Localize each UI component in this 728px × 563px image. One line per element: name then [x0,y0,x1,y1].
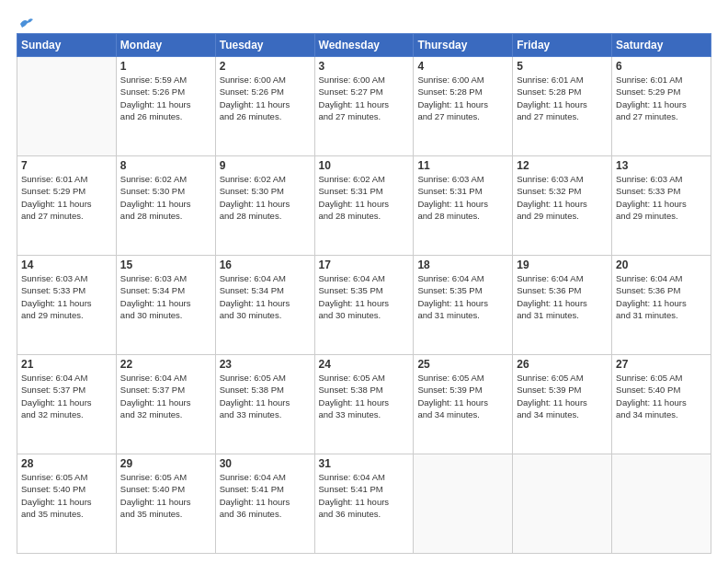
day-cell: 16Sunrise: 6:04 AM Sunset: 5:34 PM Dayli… [215,256,314,355]
day-number: 7 [21,159,112,172]
day-number: 10 [319,159,410,172]
day-cell: 18Sunrise: 6:04 AM Sunset: 5:35 PM Dayli… [414,256,513,355]
day-number: 18 [417,259,508,271]
day-number: 22 [120,358,211,371]
day-info: Sunrise: 6:00 AM Sunset: 5:28 PM Dayligh… [417,74,508,122]
day-cell: 1Sunrise: 5:59 AM Sunset: 5:26 PM Daylig… [116,57,215,156]
day-number: 23 [220,358,311,371]
logo-bird-icon [18,17,35,29]
day-cell: 15Sunrise: 6:03 AM Sunset: 5:34 PM Dayli… [116,256,215,355]
day-info: Sunrise: 6:02 AM Sunset: 5:30 PM Dayligh… [220,173,311,222]
day-info: Sunrise: 6:02 AM Sunset: 5:30 PM Dayligh… [120,173,211,222]
day-info: Sunrise: 6:04 AM Sunset: 5:36 PM Dayligh… [517,272,608,321]
day-cell: 20Sunrise: 6:04 AM Sunset: 5:36 PM Dayli… [612,256,711,355]
header-row: SundayMondayTuesdayWednesdayThursdayFrid… [17,34,711,57]
calendar-page: SundayMondayTuesdayWednesdayThursdayFrid… [0,0,728,563]
day-cell: 19Sunrise: 6:04 AM Sunset: 5:36 PM Dayli… [513,256,612,355]
day-number: 3 [319,60,410,73]
week-row-3: 14Sunrise: 6:03 AM Sunset: 5:33 PM Dayli… [17,256,711,355]
day-info: Sunrise: 6:04 AM Sunset: 5:34 PM Dayligh… [220,272,311,321]
day-info: Sunrise: 6:04 AM Sunset: 5:35 PM Dayligh… [319,272,410,321]
day-info: Sunrise: 6:04 AM Sunset: 5:41 PM Dayligh… [319,471,410,520]
day-info: Sunrise: 6:00 AM Sunset: 5:27 PM Dayligh… [319,74,410,122]
day-cell: 31Sunrise: 6:04 AM Sunset: 5:41 PM Dayli… [314,454,414,554]
day-info: Sunrise: 6:04 AM Sunset: 5:36 PM Dayligh… [616,272,707,321]
day-number: 26 [517,358,608,371]
day-cell: 7Sunrise: 6:01 AM Sunset: 5:29 PM Daylig… [17,156,117,256]
day-info: Sunrise: 6:01 AM Sunset: 5:29 PM Dayligh… [21,173,112,222]
day-cell: 22Sunrise: 6:04 AM Sunset: 5:37 PM Dayli… [116,355,215,454]
day-number: 20 [616,259,707,271]
day-cell [513,454,612,554]
day-number: 1 [120,60,211,73]
day-info: Sunrise: 6:03 AM Sunset: 5:33 PM Dayligh… [21,272,112,321]
day-info: Sunrise: 6:00 AM Sunset: 5:26 PM Dayligh… [220,74,311,122]
day-header-monday: Monday [116,34,215,57]
day-number: 12 [517,159,608,172]
day-number: 24 [319,358,410,371]
day-info: Sunrise: 6:05 AM Sunset: 5:40 PM Dayligh… [616,372,707,420]
day-number: 4 [417,60,508,73]
day-info: Sunrise: 6:04 AM Sunset: 5:37 PM Dayligh… [21,372,112,420]
day-header-tuesday: Tuesday [215,34,314,57]
day-info: Sunrise: 6:05 AM Sunset: 5:39 PM Dayligh… [417,372,508,420]
day-cell: 4Sunrise: 6:00 AM Sunset: 5:28 PM Daylig… [414,57,513,156]
day-cell: 25Sunrise: 6:05 AM Sunset: 5:39 PM Dayli… [414,355,513,454]
week-row-4: 21Sunrise: 6:04 AM Sunset: 5:37 PM Dayli… [17,355,711,454]
header [17,17,711,26]
day-header-friday: Friday [513,34,612,57]
day-cell [17,57,117,156]
day-cell: 6Sunrise: 6:01 AM Sunset: 5:29 PM Daylig… [612,57,711,156]
day-info: Sunrise: 6:03 AM Sunset: 5:32 PM Dayligh… [517,173,608,222]
day-info: Sunrise: 6:05 AM Sunset: 5:38 PM Dayligh… [220,372,311,420]
day-number: 30 [220,457,311,470]
day-cell: 28Sunrise: 6:05 AM Sunset: 5:40 PM Dayli… [17,454,117,554]
day-cell [612,454,711,554]
day-info: Sunrise: 6:03 AM Sunset: 5:31 PM Dayligh… [417,173,508,222]
day-info: Sunrise: 6:04 AM Sunset: 5:35 PM Dayligh… [417,272,508,321]
logo [17,17,35,26]
day-number: 9 [220,159,311,172]
day-cell: 11Sunrise: 6:03 AM Sunset: 5:31 PM Dayli… [414,156,513,256]
day-number: 27 [616,358,707,371]
day-info: Sunrise: 6:03 AM Sunset: 5:34 PM Dayligh… [120,272,211,321]
day-cell: 10Sunrise: 6:02 AM Sunset: 5:31 PM Dayli… [314,156,414,256]
day-number: 11 [417,159,508,172]
day-number: 25 [417,358,508,371]
day-cell: 23Sunrise: 6:05 AM Sunset: 5:38 PM Dayli… [215,355,314,454]
week-row-1: 1Sunrise: 5:59 AM Sunset: 5:26 PM Daylig… [17,57,711,156]
day-cell: 8Sunrise: 6:02 AM Sunset: 5:30 PM Daylig… [116,156,215,256]
day-header-sunday: Sunday [17,34,117,57]
day-info: Sunrise: 6:05 AM Sunset: 5:38 PM Dayligh… [319,372,410,420]
day-cell: 2Sunrise: 6:00 AM Sunset: 5:26 PM Daylig… [215,57,314,156]
day-number: 5 [517,60,608,73]
day-number: 21 [21,358,112,371]
day-cell: 3Sunrise: 6:00 AM Sunset: 5:27 PM Daylig… [314,57,414,156]
day-info: Sunrise: 6:02 AM Sunset: 5:31 PM Dayligh… [319,173,410,222]
day-info: Sunrise: 6:01 AM Sunset: 5:28 PM Dayligh… [517,74,608,122]
day-info: Sunrise: 5:59 AM Sunset: 5:26 PM Dayligh… [120,74,211,122]
day-cell: 12Sunrise: 6:03 AM Sunset: 5:32 PM Dayli… [513,156,612,256]
day-cell: 14Sunrise: 6:03 AM Sunset: 5:33 PM Dayli… [17,256,117,355]
day-cell [414,454,513,554]
day-number: 8 [120,159,211,172]
day-number: 19 [517,259,608,271]
day-info: Sunrise: 6:05 AM Sunset: 5:39 PM Dayligh… [517,372,608,420]
day-info: Sunrise: 6:05 AM Sunset: 5:40 PM Dayligh… [120,471,211,520]
day-header-wednesday: Wednesday [314,34,414,57]
day-cell: 13Sunrise: 6:03 AM Sunset: 5:33 PM Dayli… [612,156,711,256]
day-cell: 9Sunrise: 6:02 AM Sunset: 5:30 PM Daylig… [215,156,314,256]
day-cell: 27Sunrise: 6:05 AM Sunset: 5:40 PM Dayli… [612,355,711,454]
day-info: Sunrise: 6:04 AM Sunset: 5:41 PM Dayligh… [220,471,311,520]
calendar-table: SundayMondayTuesdayWednesdayThursdayFrid… [17,33,711,554]
day-number: 31 [319,457,410,470]
day-number: 15 [120,259,211,271]
day-number: 6 [616,60,707,73]
day-info: Sunrise: 6:05 AM Sunset: 5:40 PM Dayligh… [21,471,112,520]
day-info: Sunrise: 6:03 AM Sunset: 5:33 PM Dayligh… [616,173,707,222]
day-number: 13 [616,159,707,172]
day-header-thursday: Thursday [414,34,513,57]
day-number: 16 [220,259,311,271]
week-row-5: 28Sunrise: 6:05 AM Sunset: 5:40 PM Dayli… [17,454,711,554]
day-cell: 26Sunrise: 6:05 AM Sunset: 5:39 PM Dayli… [513,355,612,454]
